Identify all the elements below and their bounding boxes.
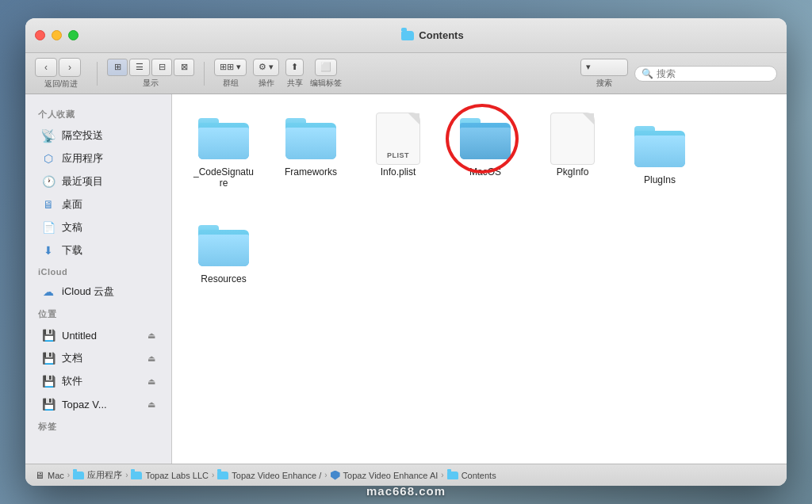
file-area: _CodeSignature Frameworks [172, 94, 787, 464]
breadcrumb-folder-icon-3 [217, 472, 228, 479]
documents-icon: 📄 [41, 220, 56, 235]
search-input[interactable] [657, 68, 770, 79]
share-button[interactable]: ⬆ [285, 59, 304, 76]
breadcrumb-folder-icon-4 [447, 472, 458, 479]
list-item[interactable]: PlugIns [624, 118, 695, 193]
list-item[interactable]: PkgInfo [537, 110, 608, 193]
breadcrumb-contents-label: Contents [462, 471, 496, 480]
search-scope-button[interactable]: ▾ [580, 59, 628, 76]
action-button[interactable]: ⚙ ▾ [253, 59, 279, 76]
codesignature-label: _CodeSignature [193, 166, 255, 189]
breadcrumb: 🖥 Mac › 应用程序 › Topaz Labs LLC › Topaz Vi… [25, 464, 787, 486]
gallery-view-button[interactable]: ⊠ [174, 59, 194, 76]
sidebar-documents-label: 文稿 [62, 220, 82, 235]
sidebar-item-icloud[interactable]: ☁ iCloud 云盘 [29, 281, 168, 303]
sidebar-downloads-label: 下载 [62, 243, 82, 258]
disk-topaz-icon: 💾 [41, 397, 56, 411]
search-label: 搜索 [596, 78, 612, 89]
forward-button[interactable]: › [59, 58, 81, 77]
action-dropdown-arrow: ▾ [269, 62, 274, 72]
fullscreen-button[interactable] [68, 30, 79, 40]
sidebar-item-airdrop[interactable]: 📡 隔空投送 [29, 124, 168, 147]
sidebar-item-documents[interactable]: 📄 文稿 [29, 216, 168, 239]
sidebar-item-ruanjian[interactable]: 💾 软件 ⏏ [29, 370, 168, 392]
window-title: Contents [419, 29, 463, 41]
breadcrumb-applications[interactable]: 应用程序 [73, 469, 122, 481]
breadcrumb-folder-icon-2 [131, 472, 142, 479]
sidebar-item-recents[interactable]: 🕐 最近项目 [29, 170, 168, 193]
search-group: ▾ 搜索 [580, 59, 628, 89]
group-button[interactable]: ⊞⊞ ▾ [214, 59, 247, 76]
applications-icon: ⬡ [41, 151, 56, 166]
minimize-button[interactable] [52, 30, 62, 40]
sidebar-airdrop-label: 隔空投送 [62, 128, 103, 143]
window-title-area: Contents [88, 29, 777, 41]
search-bar[interactable]: 🔍 [634, 66, 777, 82]
gear-icon: ⚙ [259, 62, 266, 72]
macos-icon-wrap [457, 115, 514, 162]
back-button[interactable]: ‹ [35, 58, 57, 77]
tag-group: ⬜ 编辑标签 [310, 59, 342, 89]
list-item[interactable]: Resources [188, 217, 259, 289]
tag-icon: ⬜ [320, 62, 331, 72]
list-view-button[interactable]: ☰ [129, 59, 150, 76]
pkginfo-icon-wrap [544, 115, 601, 162]
sidebar-item-desktop[interactable]: 🖥 桌面 [29, 193, 168, 216]
sidebar-desktop-label: 桌面 [62, 197, 82, 212]
sidebar-item-untitled[interactable]: 💾 Untitled ⏏ [29, 324, 168, 346]
frameworks-label: Frameworks [285, 166, 337, 178]
downloads-icon: ⬇ [41, 243, 56, 258]
pkginfo-label: PkgInfo [557, 166, 589, 178]
sidebar-icloud-label: iCloud 云盘 [62, 284, 114, 299]
tag-label: 编辑标签 [310, 78, 342, 89]
group-label: 群组 [223, 78, 239, 89]
sidebar-item-applications[interactable]: ⬡ 应用程序 [29, 147, 168, 170]
resources-label: Resources [201, 273, 246, 284]
sidebar-item-downloads[interactable]: ⬇ 下载 [29, 239, 168, 262]
sidebar-item-topaz[interactable]: 💾 Topaz V... ⏏ [29, 393, 168, 415]
sidebar-ruanjian-label: 软件 [62, 374, 82, 388]
eject-topaz-icon[interactable]: ⏏ [147, 399, 155, 410]
breadcrumb-folder-icon-1 [73, 472, 84, 479]
titlebar: Contents [25, 18, 787, 53]
list-item[interactable]: PLIST Info.plist [362, 110, 434, 193]
eject-ruanjian-icon[interactable]: ⏏ [147, 376, 155, 387]
traffic-lights [35, 30, 79, 40]
sidebar: 个人收藏 📡 隔空投送 ⬡ 应用程序 🕐 最近项目 🖥 桌面 [25, 94, 172, 464]
airdrop-icon: 📡 [41, 128, 56, 143]
share-group: ⬆ 共享 [285, 59, 304, 89]
breadcrumb-mac[interactable]: 🖥 Mac [35, 470, 64, 481]
sidebar-item-wendang[interactable]: 💾 文档 ⏏ [29, 347, 168, 369]
list-item[interactable]: Frameworks [275, 110, 347, 193]
macos-folder-icon [460, 118, 511, 159]
breadcrumb-contents[interactable]: Contents [447, 471, 496, 480]
breadcrumb-sep-2: › [125, 471, 128, 479]
tag-button[interactable]: ⬜ [315, 59, 337, 76]
plist-label-inside: PLIST [387, 151, 409, 159]
breadcrumb-sep-5: › [441, 471, 443, 479]
breadcrumb-sep-3: › [212, 471, 214, 479]
desktop-icon: 🖥 [41, 197, 56, 212]
icloud-section-title: iCloud [25, 262, 171, 280]
plugins-icon-wrap [631, 123, 688, 170]
list-item[interactable]: MacOS [450, 110, 521, 193]
eject-untitled-icon[interactable]: ⏏ [147, 330, 155, 341]
breadcrumb-topazai[interactable]: Topaz Video Enhance AI [331, 471, 439, 480]
search-icon: 🔍 [642, 68, 653, 79]
macos-label: MacOS [469, 166, 501, 178]
breadcrumb-topazvideo[interactable]: Topaz Video Enhance / [217, 471, 321, 480]
list-item[interactable]: _CodeSignature [188, 110, 259, 193]
codesignature-icon-wrap [195, 115, 252, 162]
close-button[interactable] [35, 30, 45, 40]
infoplist-label: Info.plist [381, 166, 416, 178]
toolbar-separator-2 [204, 62, 205, 86]
eject-wendang-icon[interactable]: ⏏ [147, 353, 155, 364]
tags-section-title: 标签 [25, 416, 171, 436]
breadcrumb-topazlabs[interactable]: Topaz Labs LLC [131, 471, 209, 480]
column-view-button[interactable]: ⊟ [151, 59, 172, 76]
disk-wendang-icon: 💾 [41, 351, 56, 365]
sidebar-untitled-label: Untitled [62, 330, 97, 342]
icon-view-button[interactable]: ⊞ [107, 59, 128, 76]
toolbar: ‹ › 返回/前进 ⊞ ☰ ⊟ ⊠ 显示 ⊞ [25, 53, 787, 94]
sidebar-wendang-label: 文档 [62, 351, 82, 365]
